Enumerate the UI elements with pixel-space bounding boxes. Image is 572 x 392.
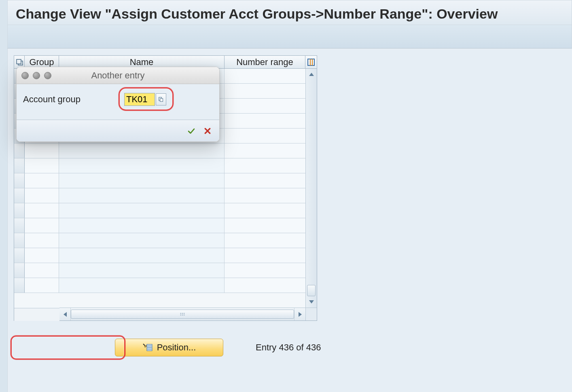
vertical-scroll-track[interactable]	[306, 80, 317, 296]
vertical-scroll-thumb[interactable]	[307, 285, 316, 296]
position-button[interactable]: Position...	[115, 339, 223, 356]
cell-number-range[interactable]	[225, 248, 305, 263]
window-close-light[interactable]	[21, 72, 29, 79]
row-selector[interactable]	[14, 233, 25, 248]
row-selector[interactable]	[14, 248, 25, 263]
window-minimize-light[interactable]	[33, 72, 40, 79]
row-selector[interactable]	[14, 278, 25, 293]
table-row[interactable]	[14, 233, 305, 248]
cell-number-range[interactable]	[225, 203, 305, 218]
cell-number-range[interactable]	[225, 114, 305, 128]
table-row[interactable]	[14, 278, 305, 293]
cell-number-range[interactable]	[225, 218, 305, 233]
scroll-left-button[interactable]	[59, 308, 71, 320]
row-selector[interactable]	[14, 158, 25, 173]
cell-number-range[interactable]	[225, 84, 305, 98]
cell-name[interactable]	[59, 158, 225, 173]
scroll-corner	[305, 308, 317, 320]
cell-group[interactable]	[25, 233, 59, 248]
svg-rect-1	[308, 59, 314, 65]
table-row[interactable]	[14, 173, 305, 188]
cell-number-range[interactable]	[225, 278, 305, 293]
table-row[interactable]	[14, 218, 305, 233]
scroll-down-button[interactable]	[306, 296, 317, 308]
cell-number-range[interactable]	[225, 129, 305, 143]
table-row[interactable]	[14, 188, 305, 203]
row-selector[interactable]	[14, 173, 25, 188]
window-controls	[21, 72, 51, 79]
svg-point-12	[184, 314, 185, 316]
account-group-input[interactable]	[124, 93, 155, 106]
cell-number-range[interactable]	[225, 233, 305, 248]
cell-name[interactable]	[59, 278, 225, 293]
svg-marker-5	[309, 300, 314, 303]
cell-group[interactable]	[25, 203, 59, 218]
cell-number-range[interactable]	[225, 188, 305, 203]
svg-point-11	[182, 314, 183, 316]
svg-marker-4	[309, 73, 314, 76]
dialog-titlebar[interactable]: Another entry	[17, 67, 219, 84]
grip-icon	[71, 310, 294, 318]
row-selector[interactable]	[14, 143, 25, 158]
svg-point-10	[180, 314, 182, 316]
cell-group[interactable]	[25, 278, 59, 293]
cell-name[interactable]	[59, 248, 225, 263]
cell-group[interactable]	[25, 143, 59, 158]
cell-group[interactable]	[25, 263, 59, 278]
table-row[interactable]	[14, 143, 305, 158]
cell-name[interactable]	[59, 218, 225, 233]
select-all-icon	[16, 59, 23, 66]
dialog-continue-button[interactable]	[185, 125, 197, 137]
vertical-scrollbar[interactable]	[305, 69, 317, 308]
svg-marker-13	[299, 312, 302, 317]
horizontal-scrollbar[interactable]	[59, 308, 305, 320]
cell-number-range[interactable]	[225, 143, 305, 158]
cell-number-range[interactable]	[225, 158, 305, 173]
cell-group[interactable]	[25, 248, 59, 263]
row-selector[interactable]	[14, 218, 25, 233]
svg-point-9	[184, 313, 185, 314]
cell-name[interactable]	[59, 173, 225, 188]
row-selector[interactable]	[14, 203, 25, 218]
cell-name[interactable]	[59, 188, 225, 203]
cell-group[interactable]	[25, 158, 59, 173]
horizontal-scroll-track[interactable]	[71, 308, 294, 320]
svg-point-8	[182, 313, 183, 314]
toolbar-ribbon	[7, 25, 572, 48]
row-selector[interactable]	[14, 188, 25, 203]
cell-name[interactable]	[59, 233, 225, 248]
value-help-icon	[159, 96, 163, 103]
check-icon	[188, 126, 195, 135]
cell-name[interactable]	[59, 143, 225, 158]
position-icon	[142, 343, 153, 352]
table-footer: Position... Entry 436 of 436	[14, 333, 337, 362]
cross-icon	[204, 126, 211, 135]
cell-number-range[interactable]	[225, 99, 305, 113]
cell-group[interactable]	[25, 218, 59, 233]
window-zoom-light[interactable]	[44, 72, 51, 79]
cell-name[interactable]	[59, 263, 225, 278]
cell-group[interactable]	[25, 188, 59, 203]
page-title-text: Change View "Assign Customer Acct Groups…	[16, 6, 498, 21]
cell-name[interactable]	[59, 203, 225, 218]
cell-number-range[interactable]	[225, 263, 305, 278]
cell-number-range[interactable]	[225, 173, 305, 188]
caret-down-icon	[309, 300, 314, 304]
hscroll-left-cap	[14, 308, 59, 321]
table-row[interactable]	[14, 263, 305, 278]
entry-counter: Entry 436 of 436	[256, 342, 321, 353]
horizontal-scroll-thumb[interactable]	[71, 310, 294, 319]
table-settings-button[interactable]	[305, 56, 317, 68]
cell-group[interactable]	[25, 173, 59, 188]
scroll-up-button[interactable]	[306, 69, 317, 80]
dialog-cancel-button[interactable]	[201, 125, 214, 137]
table-row[interactable]	[14, 158, 305, 173]
value-help-button[interactable]	[156, 93, 166, 105]
cell-number-range[interactable]	[225, 69, 305, 83]
table-row[interactable]	[14, 248, 305, 263]
scroll-right-button[interactable]	[294, 308, 305, 320]
column-header-number-range[interactable]: Number range	[225, 56, 305, 68]
table-row[interactable]	[14, 203, 305, 218]
row-selector[interactable]	[14, 263, 25, 278]
svg-point-7	[180, 313, 182, 314]
